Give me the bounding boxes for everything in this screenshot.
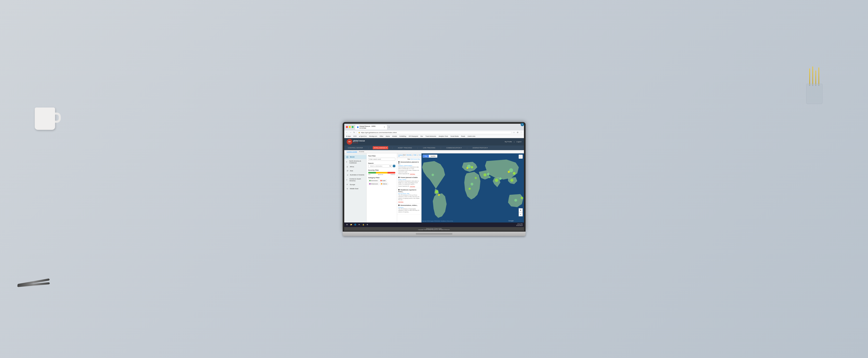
sidebar-item-world[interactable]: World	[344, 155, 366, 159]
bookmark-travel[interactable]: Travel Advisories	[425, 135, 437, 137]
view-map[interactable]: Map	[417, 159, 420, 160]
events-sort: Sort : Severity | Date | Country	[403, 154, 422, 157]
svg-point-20	[514, 199, 517, 201]
category-infrastructure-label: Infrastructure	[371, 183, 378, 185]
category-infrastructure[interactable]: Infrastructure	[368, 183, 379, 185]
event-item-2[interactable]: Roadblocks reported in Port-a... Port-au…	[397, 188, 421, 203]
bookmark-button[interactable]: ☆	[513, 131, 516, 134]
zoom-in-button[interactable]: +	[519, 208, 523, 212]
edge-icon[interactable]: 🌐	[353, 223, 357, 226]
event-item-0[interactable]: Demonstrations planned in G... Glasgow, …	[397, 160, 421, 176]
pin-icon-2	[398, 189, 400, 191]
nav-administration[interactable]: ADMINISTRATION ▾	[471, 146, 489, 149]
sidebar-australia-label: Australia & Oceania	[350, 174, 364, 176]
bookmark-sharepoint[interactable]: GR Sharepoint	[408, 135, 418, 137]
category-violence[interactable]: Violence	[380, 183, 388, 185]
bookmark-asana[interactable]: Asana	[385, 135, 391, 137]
security-icon[interactable]: 🔒	[362, 223, 365, 226]
logout-link[interactable]: Logout	[517, 141, 521, 143]
map-area: Map Satellite ⛶ + − Google Map data ©201…	[422, 153, 524, 223]
nav-intelligence[interactable]: INTELLIGENCE ▾	[373, 146, 388, 149]
severity-filter-label: Severity Filter	[368, 169, 395, 171]
nav-control-center[interactable]: CONTROL CENTER	[347, 146, 364, 149]
new-tab-button[interactable]: +	[389, 126, 390, 128]
sidebar-item-north-america[interactable]: North America & Caribbean	[344, 159, 366, 165]
collapse-all-button[interactable]: Collapse All	[398, 155, 403, 157]
bookmark-analytics[interactable]: Analytics Tools	[438, 135, 448, 137]
sort-date[interactable]: Date	[413, 154, 416, 157]
bookmark-monday[interactable]: Monday.com	[368, 135, 378, 137]
event-story-0[interactable]: Full Story	[410, 173, 415, 174]
event-story-1[interactable]: Full Story	[410, 186, 415, 187]
category-health[interactable]: Health	[379, 180, 386, 182]
extensions-button[interactable]: ⚙	[516, 131, 519, 134]
mail-icon[interactable]: ✉	[358, 223, 361, 226]
bookmark-exhibitday[interactable]: ExhibitDay	[399, 135, 407, 137]
window-minimize-button[interactable]	[349, 126, 351, 128]
svg-point-8	[487, 173, 489, 175]
browser-tab[interactable]: Global Rescue - GRID SYSTEM ✕	[355, 125, 388, 130]
bookmark-opencms[interactable]: ● OpenCms	[358, 135, 367, 137]
sidebar-item-middle-east[interactable]: Middle East	[344, 187, 366, 191]
map-fullscreen-button[interactable]: ⛶	[519, 155, 523, 159]
my-profile-link[interactable]: My Profile	[505, 141, 512, 143]
events-panel-header: Collapse All Sort : Severity | Date | Co…	[397, 153, 421, 158]
search-label: Search	[368, 162, 395, 164]
destination-select[interactable]: Select a destination	[368, 165, 392, 168]
sort-country[interactable]: Country	[418, 154, 421, 157]
forward-button[interactable]: →	[349, 131, 352, 134]
bookmark-box[interactable]: Box	[420, 135, 424, 137]
view-both[interactable]: Both	[411, 159, 413, 160]
bookmarks-bar: ⊞ Apps HCM ● OpenCms Monday.com Office A…	[344, 135, 524, 138]
start-button[interactable]: ⊞	[345, 223, 349, 226]
sidebar-item-central-south-america[interactable]: Central & South America	[344, 177, 366, 183]
event-title-2: Roadblocks reported in Port-a...	[398, 189, 420, 193]
event-item-3[interactable]: Demonstrations, strikes... Honduras The …	[397, 203, 421, 215]
sidebar-item-europe[interactable]: Europe	[344, 183, 366, 187]
menu-button[interactable]: ⋮	[520, 131, 523, 134]
bookmark-hcm[interactable]: HCM	[352, 135, 357, 137]
nav-communication[interactable]: COMMUNICATION ▾	[445, 146, 463, 149]
address-bar[interactable]: 🔒 https://grid.globalrescue.com/member/i…	[356, 131, 512, 134]
category-environment[interactable]: Environment	[368, 180, 379, 182]
tab-close-icon[interactable]: ✕	[384, 126, 385, 128]
sidebar-item-asia[interactable]: Asia	[344, 169, 366, 173]
bookmark-apps[interactable]: ⊞ Apps	[345, 135, 351, 137]
nav-live-tracking[interactable]: LIVE TRACKING	[422, 146, 437, 149]
tab-favicon-icon	[357, 126, 359, 128]
browser-chrome: Global Rescue - GRID SYSTEM ✕ + ← → ↻ 🔒	[344, 124, 524, 138]
help-icon[interactable]: ?	[521, 124, 524, 126]
nav-asset-tracking[interactable]: ASSET TRACKING	[397, 146, 413, 149]
breadcrumb-control-center[interactable]: Control Center	[347, 151, 357, 153]
event-story-2[interactable]: Full Story	[398, 201, 403, 202]
bookmark-office[interactable]: Office	[379, 135, 384, 137]
settings-icon[interactable]: ⚙	[366, 223, 369, 226]
world-map-svg	[422, 153, 524, 223]
text-filter-input[interactable]	[368, 158, 395, 161]
pencil-holder	[806, 71, 825, 104]
window-maximize-button[interactable]	[351, 126, 353, 128]
zoom-out-button[interactable]: −	[519, 212, 523, 217]
bookmark-links[interactable]: Useful Links	[467, 135, 476, 137]
bookmark-social[interactable]: Social Media	[450, 135, 459, 137]
severity-labels: Low Moderate Extreme	[368, 174, 395, 175]
sort-severity[interactable]: Severity	[406, 154, 411, 157]
app-navbar: CONTROL CENTER | INTELLIGENCE ▾ | ASSET …	[344, 145, 524, 150]
pencil-1	[809, 68, 810, 85]
event-item-1[interactable]: Protest planned in Dublin Dublin, Irelan…	[397, 176, 421, 188]
destination-search-icon[interactable]: ⚲	[393, 165, 395, 167]
view-events[interactable]: Events	[413, 159, 417, 160]
bookmark-reads[interactable]: Reads	[461, 135, 466, 137]
window-close-button[interactable]	[346, 126, 348, 128]
back-button[interactable]: ←	[345, 131, 348, 134]
map-tab-satellite[interactable]: Satellite	[429, 155, 437, 158]
holder-body	[806, 84, 823, 104]
bookmark-airtable[interactable]: Airtable	[392, 135, 398, 137]
svg-point-21	[474, 177, 477, 179]
sidebar-item-australia[interactable]: Australia & Oceania	[344, 173, 366, 177]
category-items: Environment Health Infrastructure	[368, 180, 395, 185]
sidebar-item-africa[interactable]: Africa	[344, 165, 366, 169]
map-tab-map[interactable]: Map	[423, 155, 429, 158]
file-explorer-icon[interactable]: 📁	[349, 223, 353, 226]
reload-button[interactable]: ↻	[353, 131, 355, 134]
